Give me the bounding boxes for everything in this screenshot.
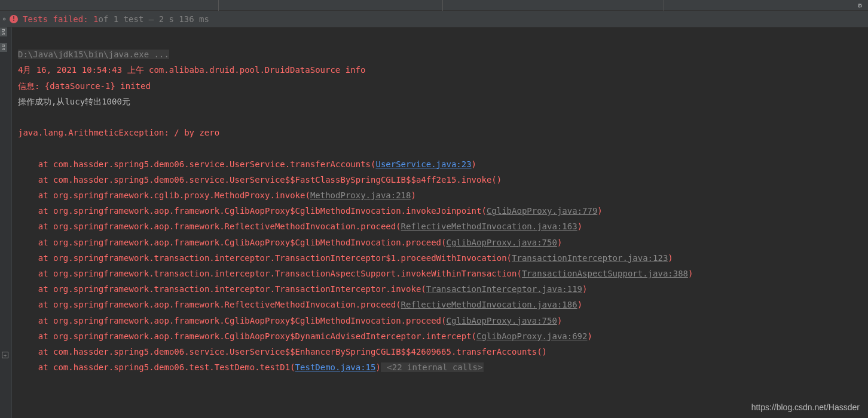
trace-method: com.hassder.spring5.demo06.test.TestDemo…: [53, 362, 295, 372]
at-keyword: at: [38, 175, 53, 185]
at-keyword: at: [38, 284, 53, 294]
trace-method: org.springframework.aop.framework.CglibA…: [53, 206, 487, 216]
source-link[interactable]: CglibAopProxy.java:750: [446, 316, 557, 325]
exception-line: java.lang.ArithmeticException: / by zero: [18, 128, 219, 137]
status-total: of 1 test – 2 s 136 ms: [98, 14, 209, 24]
watermark: https://blog.csdn.net/Hassder: [751, 402, 860, 412]
at-keyword: at: [38, 206, 53, 216]
trace-post: ): [557, 238, 562, 247]
gutter-tab[interactable]: ns: [0, 43, 7, 52]
trace-method: org.springframework.aop.framework.CglibA…: [53, 331, 476, 341]
source-link[interactable]: CglibAopProxy.java:750: [446, 238, 557, 247]
log-line: 信息: {dataSource-1} inited: [18, 81, 151, 91]
trace-method: com.hassder.spring5.demo06.service.UserS…: [53, 175, 502, 185]
trace-method: org.springframework.transaction.intercep…: [53, 284, 426, 294]
at-keyword: at: [38, 300, 53, 309]
trace-post: ): [668, 253, 673, 263]
trace-method: org.springframework.transaction.intercep…: [53, 269, 522, 278]
tab-divider: [218, 0, 219, 11]
console-output[interactable]: D:\Java\jdk15\bin\java.exe ... 4月 16, 20…: [12, 27, 868, 418]
tab-divider: [442, 0, 443, 11]
source-link[interactable]: MethodProxy.java:218: [310, 190, 411, 200]
trace-method: org.springframework.aop.framework.Reflec…: [53, 300, 401, 309]
test-status-bar: » ! Tests failed: 1 of 1 test – 2 s 136 …: [0, 11, 868, 27]
at-keyword: at: [38, 316, 53, 325]
chevron-right-icon[interactable]: »: [2, 16, 6, 22]
at-keyword: at: [38, 269, 53, 278]
log-line: 4月 16, 2021 10:54:43 上午 com.alibaba.drui…: [18, 65, 365, 75]
at-keyword: at: [38, 222, 53, 231]
trace-post: ): [375, 362, 380, 372]
at-keyword: at: [38, 253, 53, 263]
at-keyword: at: [38, 159, 53, 169]
source-link[interactable]: CglibAopProxy.java:779: [487, 206, 597, 216]
source-link[interactable]: ReflectiveMethodInvocation.java:163: [401, 222, 577, 231]
source-link[interactable]: TransactionInterceptor.java:123: [512, 253, 668, 263]
at-keyword: at: [38, 238, 53, 247]
trace-post: ): [411, 190, 415, 200]
trace-post: ): [577, 222, 582, 231]
trace-method: org.springframework.aop.framework.Reflec…: [53, 222, 401, 231]
cmd-line: D:\Java\jdk15\bin\java.exe ...: [18, 50, 169, 59]
source-link[interactable]: TransactionInterceptor.java:119: [426, 284, 582, 294]
gutter: ns ns +: [0, 27, 12, 418]
internal-calls[interactable]: <22 internal calls>: [381, 362, 484, 372]
trace-method: com.hassder.spring5.demo06.service.UserS…: [53, 159, 375, 169]
at-keyword: at: [38, 362, 53, 372]
tab-divider: [664, 0, 664, 11]
gutter-tab[interactable]: ns: [0, 27, 7, 36]
at-keyword: at: [38, 331, 53, 341]
source-link[interactable]: ReflectiveMethodInvocation.java:186: [401, 300, 577, 309]
gear-icon[interactable]: ⚙: [858, 1, 862, 10]
source-link[interactable]: UserService.java:23: [375, 159, 471, 169]
at-keyword: at: [38, 347, 53, 356]
trace-method: org.springframework.aop.framework.CglibA…: [53, 238, 446, 247]
trace-method: com.hassder.spring5.demo06.service.UserS…: [53, 347, 547, 356]
top-toolbar: ⚙: [0, 0, 868, 11]
source-link[interactable]: CglibAopProxy.java:692: [476, 331, 587, 341]
trace-post: ): [597, 206, 602, 216]
expand-icon[interactable]: +: [2, 352, 8, 358]
trace-method: org.springframework.transaction.intercep…: [53, 253, 512, 263]
source-link[interactable]: TransactionAspectSupport.java:388: [522, 269, 688, 278]
trace-post: ): [688, 269, 693, 278]
trace-post: ): [557, 316, 562, 325]
trace-method: org.springframework.aop.framework.CglibA…: [53, 316, 446, 325]
fail-icon: !: [10, 15, 18, 23]
main-area: ns ns + D:\Java\jdk15\bin\java.exe ... 4…: [0, 27, 868, 418]
trace-post: ): [587, 331, 592, 341]
status-fail-count: 1: [93, 14, 98, 24]
log-line: 操作成功,从lucy转出1000元: [18, 97, 130, 106]
source-link[interactable]: TestDemo.java:15: [295, 362, 376, 372]
at-keyword: at: [38, 190, 53, 200]
trace-method: org.springframework.cglib.proxy.MethodPr…: [53, 190, 310, 200]
trace-post: ): [582, 284, 587, 294]
status-label: Tests failed:: [23, 14, 88, 24]
trace-post: ): [472, 159, 476, 169]
trace-post: ): [577, 300, 582, 309]
